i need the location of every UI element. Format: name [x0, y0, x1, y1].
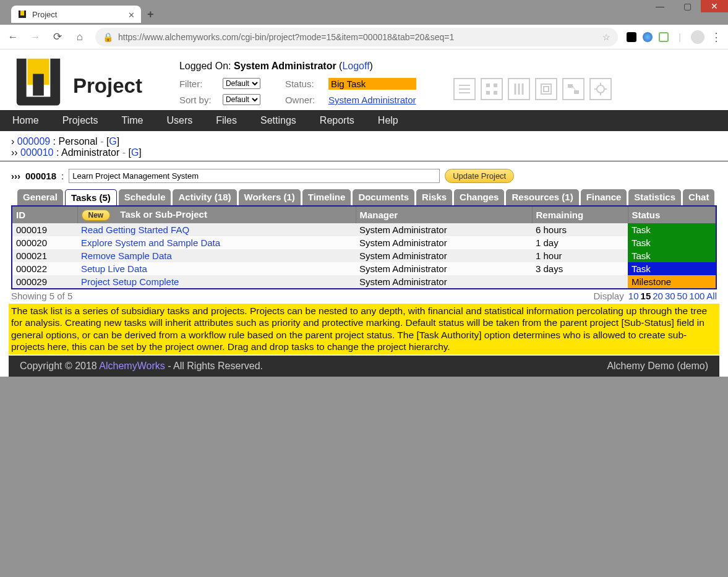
tab-changes[interactable]: Changes [454, 189, 504, 205]
display-option[interactable]: All [706, 291, 717, 301]
favicon-icon [17, 9, 27, 19]
col-remaining[interactable]: Remaining [532, 207, 628, 223]
nav-home[interactable]: Home [12, 115, 39, 126]
nav-settings[interactable]: Settings [260, 115, 296, 126]
nav-files[interactable]: Files [216, 115, 237, 126]
display-option-current: 15 [641, 291, 651, 301]
display-option[interactable]: 10 [628, 291, 639, 301]
tab-general[interactable]: General [17, 189, 63, 205]
tab-finance[interactable]: Finance [581, 189, 627, 205]
svg-rect-13 [541, 84, 551, 94]
filter-select[interactable]: Default [223, 78, 260, 89]
window-close-button[interactable]: ✕ [701, 0, 728, 12]
cell-remaining: 1 day [532, 236, 628, 249]
cell-status: Task [628, 262, 716, 275]
task-link[interactable]: Project Setup Complete [81, 276, 179, 287]
nav-projects[interactable]: Projects [62, 115, 98, 126]
view-columns-icon[interactable] [508, 78, 530, 100]
new-tab-button[interactable]: + [147, 8, 154, 21]
breadcrumb-id-link[interactable]: 000010 [20, 147, 53, 158]
table-row[interactable]: 000021Remove Sample DataSystem Administr… [12, 249, 716, 262]
display-option[interactable]: 30 [665, 291, 675, 301]
table-row[interactable]: 000022Setup Live DataSystem Administrato… [12, 262, 716, 275]
footer-right: Alchemy Demo (demo) [607, 361, 708, 372]
col-status[interactable]: Status [628, 207, 716, 223]
new-task-button[interactable]: New [82, 210, 111, 221]
table-row[interactable]: 000029Project Setup CompleteSystem Admin… [12, 275, 716, 288]
browser-tab[interactable]: Project ✕ [11, 6, 141, 23]
logoff-link[interactable]: Logoff [342, 61, 369, 71]
cell-remaining: 3 days [532, 262, 628, 275]
svg-rect-6 [486, 83, 490, 87]
view-list-icon[interactable] [453, 78, 476, 100]
breadcrumb-id-link[interactable]: 000009 [17, 136, 50, 147]
nav-users[interactable]: Users [166, 115, 192, 126]
nav-help[interactable]: Help [378, 115, 398, 126]
svg-rect-15 [568, 84, 573, 88]
tab-risks[interactable]: Risks [416, 189, 452, 205]
tab-documents[interactable]: Documents [353, 189, 414, 205]
address-bar[interactable]: 🔒 https://www.alchemyworks.com/cgi-bin/p… [95, 28, 618, 46]
breadcrumb-chevron: › [11, 136, 14, 147]
window-minimize-button[interactable]: — [646, 0, 674, 12]
cell-status: Task [628, 223, 716, 236]
update-project-button[interactable]: Update Project [445, 169, 514, 183]
view-flow-icon[interactable] [562, 78, 585, 100]
cell-manager: System Administrator [356, 275, 532, 288]
info-text: The task list is a series of subsidiary … [9, 304, 719, 354]
reload-icon[interactable]: ⟳ [51, 30, 64, 43]
sortby-select[interactable]: Default [223, 94, 260, 105]
tab-workers-[interactable]: Workers (1) [239, 189, 301, 205]
profile-icon[interactable] [691, 30, 704, 44]
sortby-label: Sort by: [179, 95, 223, 105]
svg-point-18 [597, 85, 604, 93]
tab-chat[interactable]: Chat [683, 189, 714, 205]
col-task[interactable]: New Task or Sub-Project [77, 207, 356, 223]
extension-1-icon[interactable] [627, 32, 636, 42]
task-link[interactable]: Remove Sample Data [81, 250, 172, 261]
status-label: Status: [285, 79, 328, 89]
view-box-icon[interactable] [535, 78, 557, 100]
task-link[interactable]: Explore System and Sample Data [81, 237, 220, 248]
breadcrumb-g-link[interactable]: G [109, 136, 116, 147]
showing-text: Showing 5 of 5 [11, 291, 72, 301]
task-link[interactable]: Setup Live Data [81, 263, 147, 274]
tab-tasks-[interactable]: Tasks (5) [65, 189, 117, 205]
copyright-text: Copyright © 2018 [20, 361, 99, 371]
tab-activity-[interactable]: Activity (18) [173, 189, 236, 205]
settings-icon[interactable] [589, 78, 612, 100]
col-manager[interactable]: Manager [356, 207, 532, 223]
table-row[interactable]: 000020Explore System and Sample DataSyst… [12, 236, 716, 249]
task-link[interactable]: Read Getting Started FAQ [81, 224, 189, 235]
window-maximize-button[interactable]: ▢ [674, 0, 701, 12]
home-icon[interactable]: ⌂ [73, 31, 87, 43]
nav-time[interactable]: Time [121, 115, 143, 126]
filter-label: Filter: [179, 79, 223, 89]
lock-icon: 🔒 [103, 32, 113, 42]
view-grid-icon[interactable] [481, 78, 503, 100]
svg-rect-7 [494, 83, 497, 87]
display-option[interactable]: 100 [689, 291, 704, 301]
owner-link[interactable]: System Administrator [328, 95, 416, 105]
col-id[interactable]: ID [12, 207, 77, 223]
table-row[interactable]: 000019Read Getting Started FAQSystem Adm… [12, 223, 716, 236]
forward-icon[interactable]: → [28, 31, 42, 43]
extension-2-icon[interactable] [643, 32, 653, 42]
tab-statistics[interactable]: Statistics [628, 189, 681, 205]
star-icon[interactable]: ☆ [602, 32, 610, 42]
breadcrumb-g-link[interactable]: G [131, 147, 139, 158]
tab-schedule[interactable]: Schedule [119, 189, 171, 205]
footer-brand-link[interactable]: AlchemyWorks [99, 361, 165, 371]
display-option[interactable]: 50 [677, 291, 688, 301]
project-name-input[interactable] [69, 169, 440, 183]
extension-3-icon[interactable] [659, 32, 669, 42]
nav-reports[interactable]: Reports [320, 115, 354, 126]
display-option[interactable]: 20 [653, 291, 663, 301]
browser-menu-icon[interactable]: ⋮ [711, 30, 722, 44]
browser-tab-close-icon[interactable]: ✕ [128, 11, 135, 20]
back-icon[interactable]: ← [6, 31, 20, 43]
logged-on-label: Logged On: [179, 61, 231, 71]
tab-timeline[interactable]: Timeline [302, 189, 351, 205]
cell-manager: System Administrator [356, 262, 532, 275]
tab-resources-[interactable]: Resources (1) [506, 189, 578, 205]
